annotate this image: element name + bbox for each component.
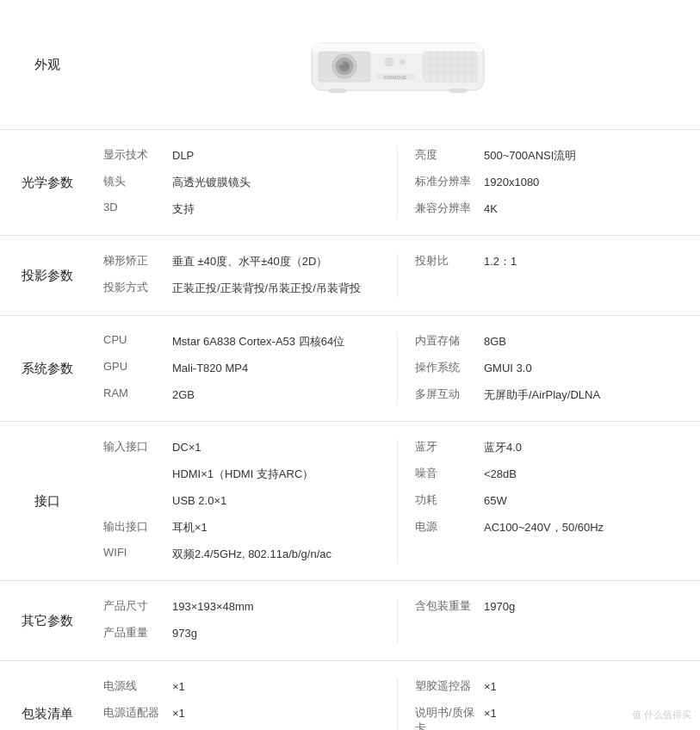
row-key: 噪音	[415, 466, 484, 481]
page: 外观	[0, 0, 700, 730]
list-item: 标准分辨率 1920x1080	[415, 174, 691, 192]
row-val: ×1	[484, 705, 497, 723]
row-key: 产品重量	[103, 625, 172, 640]
projection-section: 投影参数 梯形矫正 垂直 ±40度、水平±40度（2D） 投影方式 正装正投/正…	[0, 236, 700, 316]
row-key: 内置存储	[415, 333, 484, 349]
list-item: GPU Mali-T820 MP4	[103, 360, 380, 378]
system-section: 系统参数 CPU Mstar 6A838 Cortex-A53 四核64位 GP…	[0, 316, 700, 422]
svg-rect-22	[329, 89, 346, 93]
projection-right: 投射比 1.2：1	[415, 253, 691, 298]
row-key: 标准分辨率	[415, 174, 484, 189]
list-item: 投射比 1.2：1	[415, 253, 691, 271]
row-val: DLP	[172, 147, 194, 165]
row-key: 镜头	[103, 174, 172, 189]
col-divider	[397, 147, 398, 218]
row-key: 电源	[415, 519, 484, 535]
col-divider	[397, 253, 398, 298]
row-val: 耳机×1	[172, 519, 208, 537]
col-divider	[397, 678, 398, 730]
row-key: 显示技术	[103, 147, 172, 163]
row-val: ×1	[172, 705, 185, 723]
svg-point-18	[385, 58, 393, 66]
package-right: 塑胶遥控器 ×1 说明书/质保卡 ×1	[415, 678, 691, 730]
optics-label: 光学参数	[0, 147, 95, 218]
list-item: CPU Mstar 6A838 Cortex-A53 四核64位	[103, 333, 380, 351]
list-item: RAM 2GB	[103, 387, 380, 405]
row-val: Mali-T820 MP4	[172, 360, 248, 378]
list-item: 输出接口 耳机×1	[103, 519, 380, 537]
row-key: 投影方式	[103, 280, 172, 295]
row-val: ×1	[484, 678, 497, 696]
row-val: <28dB	[484, 466, 517, 484]
row-key: WIFI	[103, 546, 172, 559]
svg-point-19	[400, 59, 405, 65]
other-content: 产品尺寸 193×193×48mm 产品重量 973g 含包装重量 1970g	[95, 598, 700, 643]
list-item: 电源 AC100~240V，50/60Hz	[415, 519, 691, 537]
row-val: 无屏助手/AirPlay/DLNA	[484, 387, 600, 405]
list-item: 产品重量 973g	[103, 625, 380, 643]
optics-left: 显示技术 DLP 镜头 高透光镀膜镜头 3D 支持	[103, 147, 380, 218]
row-val: USB 2.0×1	[172, 492, 226, 510]
list-item: 操作系统 GMUI 3.0	[415, 360, 691, 378]
row-key: 说明书/质保卡	[415, 705, 484, 730]
interface-content: 输入接口 DC×1 HDMI×1（HDMI 支持ARC） USB 2.0×1 输…	[95, 439, 700, 563]
col-divider	[397, 333, 398, 404]
appearance-content: FORMOVIE	[95, 17, 700, 112]
projection-label: 投影参数	[0, 253, 95, 298]
list-item: 3D 支持	[103, 201, 380, 219]
projection-content: 梯形矫正 垂直 ±40度、水平±40度（2D） 投影方式 正装正投/正装背投/吊…	[95, 253, 700, 298]
row-val: 正装正投/正装背投/吊装正投/吊装背投	[172, 280, 361, 298]
row-val: 蓝牙4.0	[484, 439, 522, 457]
row-key: 3D	[103, 201, 172, 213]
system-label: 系统参数	[0, 333, 95, 404]
row-val: 4K	[484, 201, 498, 219]
row-val: 垂直 ±40度、水平±40度（2D）	[172, 253, 327, 271]
svg-rect-23	[449, 89, 467, 93]
row-val: AC100~240V，50/60Hz	[484, 519, 604, 537]
col-divider	[397, 439, 398, 563]
row-val: 8GB	[484, 333, 506, 351]
row-val: 65W	[484, 492, 507, 510]
row-val: DC×1	[172, 439, 201, 457]
row-key: 操作系统	[415, 360, 484, 375]
row-key: 电源线	[103, 678, 172, 694]
system-left: CPU Mstar 6A838 Cortex-A53 四核64位 GPU Mal…	[103, 333, 380, 404]
appearance-section: 外观	[0, 0, 700, 130]
row-key: 输出接口	[103, 519, 172, 535]
list-item: 镜头 高透光镀膜镜头	[103, 174, 380, 192]
row-key: RAM	[103, 387, 172, 399]
row-key: 投射比	[415, 253, 484, 269]
list-item: 塑胶遥控器 ×1	[415, 678, 691, 696]
row-val: GMUI 3.0	[484, 360, 532, 378]
row-key: 蓝牙	[415, 439, 484, 455]
list-item: 噪音 <28dB	[415, 466, 691, 484]
optics-content: 显示技术 DLP 镜头 高透光镀膜镜头 3D 支持 亮度 500~700ANSI…	[95, 147, 700, 218]
row-val: 1.2：1	[484, 253, 517, 271]
row-key: CPU	[103, 333, 172, 346]
list-item: 多屏互动 无屏助手/AirPlay/DLNA	[415, 387, 691, 405]
package-left: 电源线 ×1 电源适配器 ×1 7号电池 ×2	[103, 678, 380, 730]
optics-right: 亮度 500~700ANSI流明 标准分辨率 1920x1080 兼容分辨率 4…	[415, 147, 691, 218]
interface-left: 输入接口 DC×1 HDMI×1（HDMI 支持ARC） USB 2.0×1 输…	[103, 439, 380, 563]
row-val: 支持	[172, 201, 195, 219]
interface-right: 蓝牙 蓝牙4.0 噪音 <28dB 功耗 65W 电源 AC100~240V，5…	[415, 439, 691, 563]
row-key: 电源适配器	[103, 705, 172, 721]
row-val: Mstar 6A838 Cortex-A53 四核64位	[172, 333, 344, 351]
list-item: 内置存储 8GB	[415, 333, 691, 351]
row-val: 双频2.4/5GHz, 802.11a/b/g/n/ac	[172, 546, 331, 564]
row-val: 500~700ANSI流明	[484, 147, 576, 165]
svg-rect-7	[424, 52, 477, 82]
other-right: 含包装重量 1970g	[415, 598, 691, 643]
list-item: 梯形矫正 垂直 ±40度、水平±40度（2D）	[103, 253, 380, 271]
row-key: 兼容分辨率	[415, 201, 484, 216]
list-item: 产品尺寸 193×193×48mm	[103, 598, 380, 616]
watermark: 值 什么值得买	[632, 708, 691, 721]
row-val: 2GB	[172, 387, 195, 405]
svg-point-6	[340, 62, 344, 65]
list-item: 兼容分辨率 4K	[415, 201, 691, 219]
system-content: CPU Mstar 6A838 Cortex-A53 四核64位 GPU Mal…	[95, 333, 700, 404]
list-item: HDMI×1（HDMI 支持ARC）	[103, 466, 380, 484]
row-key: 多屏互动	[415, 387, 484, 402]
col-divider	[397, 598, 398, 643]
row-val: ×1	[172, 678, 185, 696]
